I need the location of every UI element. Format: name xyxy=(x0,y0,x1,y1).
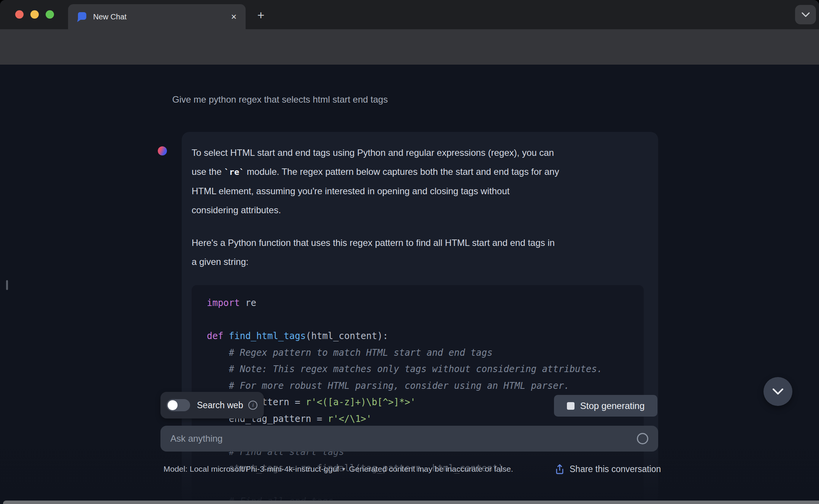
assistant-avatar xyxy=(158,146,167,155)
ask-anything-input[interactable] xyxy=(160,426,658,452)
scroll-to-bottom-button[interactable] xyxy=(763,377,792,406)
chevron-down-icon xyxy=(772,388,784,395)
macos-zoom-button[interactable] xyxy=(46,10,54,19)
share-conversation-label: Share this conversation xyxy=(570,464,661,474)
tab-new-chat[interactable]: New Chat ✕ xyxy=(68,4,246,29)
toggle-knob xyxy=(168,400,178,410)
new-tab-button[interactable]: + xyxy=(253,8,268,23)
chat-bubble-icon xyxy=(76,11,87,22)
model-info: Model: Local microsoft/Phi-3-mini-4k-ins… xyxy=(163,463,548,476)
share-upload-icon xyxy=(555,464,565,474)
disclaimer-text: Generated content may be inaccurate or f… xyxy=(349,464,513,473)
search-web-panel: Search web i xyxy=(160,392,264,418)
chevron-down-icon xyxy=(802,12,810,17)
tab-search-button[interactable] xyxy=(795,5,816,24)
message-input-bar xyxy=(160,426,658,452)
tab-strip: New Chat ✕ + xyxy=(0,0,819,29)
screen: New Chat ✕ + i xyxy=(0,0,819,504)
tab-close-icon[interactable]: ✕ xyxy=(227,10,240,23)
page-scrollbar-thumb[interactable] xyxy=(6,280,8,290)
spinner-icon xyxy=(637,433,648,444)
browser-toolbar: i localhost:5173/conversation/665727c45d… xyxy=(0,29,819,65)
stop-icon xyxy=(567,402,575,410)
user-message: Give me python regex that selects html s… xyxy=(172,94,388,105)
tab-title: New Chat xyxy=(93,13,227,21)
share-conversation-link[interactable]: Share this conversation xyxy=(555,464,661,474)
background-window-edge xyxy=(3,501,819,504)
model-select-caret-icon[interactable]: ▾ xyxy=(342,463,345,475)
search-info-icon[interactable]: i xyxy=(248,401,257,410)
assistant-paragraphs: To select HTML start and end tags using … xyxy=(192,143,654,271)
model-label: Model: Local microsoft/Phi-3-mini-4k-ins… xyxy=(163,464,339,473)
macos-minimize-button[interactable] xyxy=(30,10,39,19)
stop-generating-button[interactable]: Stop generating xyxy=(554,395,657,417)
search-web-toggle[interactable] xyxy=(167,399,190,411)
search-web-label: Search web xyxy=(197,400,243,410)
macos-close-button[interactable] xyxy=(15,10,24,19)
browser-window: New Chat ✕ + i xyxy=(0,0,819,504)
stop-generating-label: Stop generating xyxy=(580,401,644,411)
